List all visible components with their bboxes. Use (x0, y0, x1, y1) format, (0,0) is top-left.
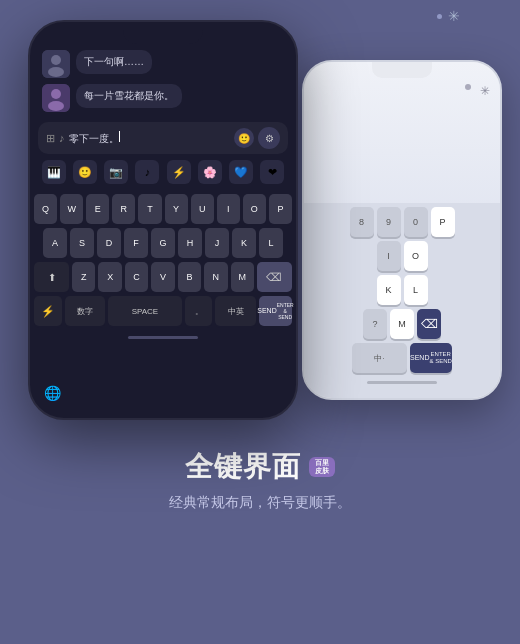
keyboard-icon: ⊞ (46, 132, 55, 145)
chat-text-2: 每一片雪花都是你。 (76, 84, 182, 108)
title-row: 全键界面 百里 皮肤 (30, 448, 490, 486)
key-w[interactable]: W (60, 194, 83, 224)
input-text-field[interactable]: 零下一度。 (69, 131, 231, 146)
phone-light: ✳ 8 9 0 P I O K L ? M ⌫ (302, 60, 502, 400)
home-indicator (128, 336, 198, 339)
input-right-actions: 🙂 ⚙ (234, 127, 280, 149)
svg-point-2 (48, 67, 64, 77)
light-send-key[interactable]: SENDENTER & SEND (410, 343, 452, 373)
light-key-8[interactable]: 8 (350, 207, 374, 237)
key-zhongying[interactable]: 中英 (215, 296, 256, 326)
key-row-2: A S D F G H J K L (34, 228, 292, 258)
emoji-row: 🎹 🙂 📷 ♪ ⚡ 🌸 💙 ❤ (30, 156, 296, 188)
light-backspace[interactable]: ⌫ (417, 309, 441, 339)
key-space[interactable]: SPACE (108, 296, 182, 326)
key-send[interactable]: SENDENTER & SEND (259, 296, 292, 326)
key-shuzi[interactable]: 数字 (65, 296, 106, 326)
svg-point-4 (51, 89, 61, 99)
cursor (119, 131, 121, 142)
key-m[interactable]: M (231, 262, 254, 292)
music-icon: ♪ (59, 132, 65, 144)
emoji-6[interactable]: 🌸 (198, 160, 222, 184)
chat-bubble-1: 下一句啊…… (42, 50, 284, 78)
light-key-p[interactable]: P (431, 207, 455, 237)
badge-pill: 百里 皮肤 (309, 457, 335, 476)
light-key-o[interactable]: O (404, 241, 428, 271)
key-n[interactable]: N (204, 262, 227, 292)
home-bar (30, 332, 296, 345)
emoji-5[interactable]: ⚡ (167, 160, 191, 184)
emoji-7[interactable]: 💙 (229, 160, 253, 184)
light-key-row-3: K L (307, 275, 497, 305)
key-d[interactable]: D (97, 228, 121, 258)
key-row-1: Q W E R T Y U I O P (34, 194, 292, 224)
light-home-bar (307, 377, 497, 390)
phones-wrapper: ✳ ✳ 8 9 0 P I O K L (0, 0, 520, 430)
phone-dark: 下一句啊…… 每一片雪花都是你。 ⊞ ♪ 零下一度。 🙂 ⚙ 🎹 (28, 20, 298, 420)
light-key-row-2: I O (307, 241, 497, 271)
key-k[interactable]: K (232, 228, 256, 258)
key-h[interactable]: H (178, 228, 202, 258)
key-bottom-row: ⚡ 数字 SPACE 。 中英 SENDENTER & SEND (34, 296, 292, 326)
globe-icon[interactable]: 🌐 (42, 383, 62, 403)
key-p[interactable]: P (269, 194, 292, 224)
light-key-row-1: 8 9 0 P (307, 207, 497, 237)
notch-light (372, 62, 432, 78)
light-key-row-4: ? M ⌫ (307, 309, 497, 339)
key-c[interactable]: C (125, 262, 148, 292)
key-v[interactable]: V (151, 262, 174, 292)
key-backspace[interactable]: ⌫ (257, 262, 292, 292)
dot-1 (465, 84, 471, 90)
emoji-toggle[interactable]: 🙂 (234, 128, 254, 148)
key-s[interactable]: S (70, 228, 94, 258)
key-q[interactable]: Q (34, 194, 57, 224)
key-period[interactable]: 。 (185, 296, 213, 326)
light-key-9[interactable]: 9 (377, 207, 401, 237)
key-x[interactable]: X (98, 262, 121, 292)
light-key-0[interactable]: 0 (404, 207, 428, 237)
keyboard-light: 8 9 0 P I O K L ? M ⌫ 中· SENDENTER & SE (304, 203, 500, 398)
key-u[interactable]: U (191, 194, 214, 224)
light-home-indicator (367, 381, 437, 384)
notch-dark (123, 22, 203, 44)
emoji-2[interactable]: 🙂 (73, 160, 97, 184)
emoji-8[interactable]: ❤ (260, 160, 284, 184)
chat-bubble-2: 每一片雪花都是你。 (42, 84, 284, 112)
key-row-3: ⬆ Z X C V B N M ⌫ (34, 262, 292, 292)
light-key-m[interactable]: M (390, 309, 414, 339)
settings-btn[interactable]: ⚙ (258, 127, 280, 149)
key-a[interactable]: A (43, 228, 67, 258)
snow-dot-1 (437, 14, 442, 19)
key-j[interactable]: J (205, 228, 229, 258)
light-zhong-key[interactable]: 中· (352, 343, 407, 373)
light-key-q[interactable]: ? (363, 309, 387, 339)
key-b[interactable]: B (178, 262, 201, 292)
key-lightning[interactable]: ⚡ (34, 296, 62, 326)
emoji-3[interactable]: 📷 (104, 160, 128, 184)
key-e[interactable]: E (86, 194, 109, 224)
snow-decoration: ✳ (437, 8, 460, 24)
light-dots: ✳ (465, 84, 490, 98)
key-z[interactable]: Z (72, 262, 95, 292)
light-key-k[interactable]: K (377, 275, 401, 305)
key-o[interactable]: O (243, 194, 266, 224)
input-bar[interactable]: ⊞ ♪ 零下一度。 🙂 ⚙ (38, 122, 288, 154)
emoji-1[interactable]: 🎹 (42, 160, 66, 184)
avatar-2 (42, 84, 70, 112)
key-shift[interactable]: ⬆ (34, 262, 69, 292)
emoji-4[interactable]: ♪ (135, 160, 159, 184)
light-key-l[interactable]: L (404, 275, 428, 305)
light-bottom-row: 中· SENDENTER & SEND (307, 343, 497, 373)
key-l[interactable]: L (259, 228, 283, 258)
svg-point-1 (51, 55, 61, 65)
key-r[interactable]: R (112, 194, 135, 224)
light-key-i[interactable]: I (377, 241, 401, 271)
badge-line1: 百里 (315, 459, 329, 467)
key-f[interactable]: F (124, 228, 148, 258)
key-y[interactable]: Y (165, 194, 188, 224)
svg-point-5 (48, 101, 64, 111)
key-g[interactable]: G (151, 228, 175, 258)
input-content: 零下一度。 (69, 133, 119, 144)
key-i[interactable]: I (217, 194, 240, 224)
key-t[interactable]: T (138, 194, 161, 224)
